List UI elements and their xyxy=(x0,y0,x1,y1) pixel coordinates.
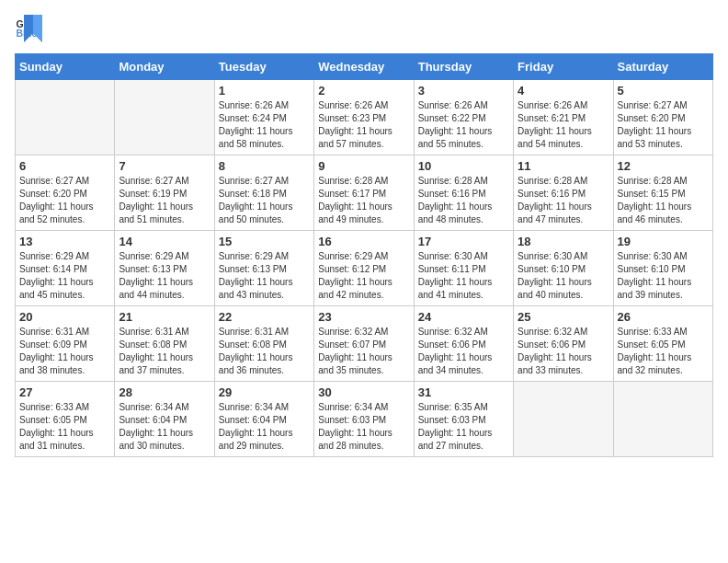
cell-info: Sunrise: 6:30 AMSunset: 6:10 PMDaylight:… xyxy=(518,250,609,302)
calendar-cell: 26Sunrise: 6:33 AMSunset: 6:05 PMDayligh… xyxy=(613,306,712,382)
calendar-cell: 21Sunrise: 6:31 AMSunset: 6:08 PMDayligh… xyxy=(115,306,214,382)
cell-info: Sunrise: 6:28 AMSunset: 6:15 PMDaylight:… xyxy=(618,175,709,226)
calendar-cell: 16Sunrise: 6:29 AMSunset: 6:12 PMDayligh… xyxy=(314,231,414,306)
cell-info: Sunrise: 6:33 AMSunset: 6:05 PMDaylight:… xyxy=(19,401,110,453)
day-number: 30 xyxy=(318,385,409,399)
day-number: 9 xyxy=(318,159,409,173)
cell-info: Sunrise: 6:27 AMSunset: 6:20 PMDaylight:… xyxy=(618,99,709,151)
day-header-monday: Monday xyxy=(115,54,214,80)
day-number: 21 xyxy=(119,310,210,324)
cell-info: Sunrise: 6:33 AMSunset: 6:05 PMDaylight:… xyxy=(618,326,709,377)
day-number: 12 xyxy=(618,159,709,173)
calendar-cell: 19Sunrise: 6:30 AMSunset: 6:10 PMDayligh… xyxy=(613,231,712,306)
cell-info: Sunrise: 6:29 AMSunset: 6:13 PMDaylight:… xyxy=(219,250,310,302)
day-number: 29 xyxy=(219,385,310,399)
day-number: 17 xyxy=(418,235,509,248)
day-number: 31 xyxy=(418,385,509,399)
calendar-cell: 28Sunrise: 6:34 AMSunset: 6:04 PMDayligh… xyxy=(115,382,214,457)
day-number: 3 xyxy=(418,84,509,98)
calendar-cell: 15Sunrise: 6:29 AMSunset: 6:13 PMDayligh… xyxy=(214,231,313,306)
calendar-table: SundayMondayTuesdayWednesdayThursdayFrid… xyxy=(15,53,713,457)
calendar-cell: 29Sunrise: 6:34 AMSunset: 6:04 PMDayligh… xyxy=(214,382,313,457)
day-number: 5 xyxy=(618,84,709,98)
cell-info: Sunrise: 6:26 AMSunset: 6:21 PMDaylight:… xyxy=(518,99,609,151)
calendar-cell: 1Sunrise: 6:26 AMSunset: 6:24 PMDaylight… xyxy=(214,80,313,155)
calendar-cell xyxy=(16,80,115,155)
svg-marker-5 xyxy=(33,15,42,42)
calendar-cell: 14Sunrise: 6:29 AMSunset: 6:13 PMDayligh… xyxy=(115,231,214,306)
calendar-cell: 27Sunrise: 6:33 AMSunset: 6:05 PMDayligh… xyxy=(16,382,115,457)
cell-info: Sunrise: 6:31 AMSunset: 6:09 PMDaylight:… xyxy=(19,326,110,377)
calendar-cell: 17Sunrise: 6:30 AMSunset: 6:11 PMDayligh… xyxy=(414,231,513,306)
day-number: 10 xyxy=(418,159,509,173)
cell-info: Sunrise: 6:26 AMSunset: 6:22 PMDaylight:… xyxy=(418,99,509,151)
cell-info: Sunrise: 6:27 AMSunset: 6:20 PMDaylight:… xyxy=(19,175,110,226)
day-number: 18 xyxy=(518,235,609,248)
day-header-saturday: Saturday xyxy=(613,54,712,80)
calendar-cell: 3Sunrise: 6:26 AMSunset: 6:22 PMDaylight… xyxy=(414,80,513,155)
cell-info: Sunrise: 6:28 AMSunset: 6:17 PMDaylight:… xyxy=(318,175,409,226)
calendar-cell: 9Sunrise: 6:28 AMSunset: 6:17 PMDaylight… xyxy=(314,155,414,231)
calendar-cell: 10Sunrise: 6:28 AMSunset: 6:16 PMDayligh… xyxy=(414,155,513,231)
day-number: 14 xyxy=(119,235,210,248)
day-number: 1 xyxy=(219,84,310,98)
day-number: 7 xyxy=(119,159,210,173)
day-number: 15 xyxy=(219,235,310,248)
cell-info: Sunrise: 6:29 AMSunset: 6:13 PMDaylight:… xyxy=(119,250,210,302)
day-number: 2 xyxy=(318,84,409,98)
cell-info: Sunrise: 6:29 AMSunset: 6:12 PMDaylight:… xyxy=(318,250,409,302)
cell-info: Sunrise: 6:32 AMSunset: 6:07 PMDaylight:… xyxy=(318,326,409,377)
cell-info: Sunrise: 6:30 AMSunset: 6:10 PMDaylight:… xyxy=(618,250,709,302)
cell-info: Sunrise: 6:30 AMSunset: 6:11 PMDaylight:… xyxy=(418,250,509,302)
cell-info: Sunrise: 6:35 AMSunset: 6:03 PMDaylight:… xyxy=(418,401,509,453)
cell-info: Sunrise: 6:34 AMSunset: 6:03 PMDaylight:… xyxy=(318,401,409,453)
day-number: 4 xyxy=(518,84,609,98)
cell-info: Sunrise: 6:32 AMSunset: 6:06 PMDaylight:… xyxy=(418,326,509,377)
calendar-cell: 20Sunrise: 6:31 AMSunset: 6:09 PMDayligh… xyxy=(16,306,115,382)
cell-info: Sunrise: 6:27 AMSunset: 6:18 PMDaylight:… xyxy=(219,175,310,226)
day-number: 6 xyxy=(19,159,110,173)
day-header-tuesday: Tuesday xyxy=(214,54,313,80)
day-number: 26 xyxy=(618,310,709,324)
day-header-wednesday: Wednesday xyxy=(314,54,414,80)
calendar-cell: 5Sunrise: 6:27 AMSunset: 6:20 PMDaylight… xyxy=(613,80,712,155)
calendar-cell xyxy=(115,80,214,155)
page-header: General Blue xyxy=(15,15,713,42)
cell-info: Sunrise: 6:34 AMSunset: 6:04 PMDaylight:… xyxy=(119,401,210,453)
cell-info: Sunrise: 6:31 AMSunset: 6:08 PMDaylight:… xyxy=(219,326,310,377)
day-number: 23 xyxy=(318,310,409,324)
day-number: 28 xyxy=(119,385,210,399)
calendar-cell: 23Sunrise: 6:32 AMSunset: 6:07 PMDayligh… xyxy=(314,306,414,382)
cell-info: Sunrise: 6:31 AMSunset: 6:08 PMDaylight:… xyxy=(119,326,210,377)
calendar-cell: 7Sunrise: 6:27 AMSunset: 6:19 PMDaylight… xyxy=(115,155,214,231)
day-number: 16 xyxy=(318,235,409,248)
day-header-sunday: Sunday xyxy=(16,54,115,80)
calendar-cell: 4Sunrise: 6:26 AMSunset: 6:21 PMDaylight… xyxy=(514,80,613,155)
cell-info: Sunrise: 6:26 AMSunset: 6:24 PMDaylight:… xyxy=(219,99,310,151)
day-number: 22 xyxy=(219,310,310,324)
cell-info: Sunrise: 6:28 AMSunset: 6:16 PMDaylight:… xyxy=(518,175,609,226)
calendar-cell: 13Sunrise: 6:29 AMSunset: 6:14 PMDayligh… xyxy=(16,231,115,306)
calendar-cell: 8Sunrise: 6:27 AMSunset: 6:18 PMDaylight… xyxy=(214,155,313,231)
cell-info: Sunrise: 6:34 AMSunset: 6:04 PMDaylight:… xyxy=(219,401,310,453)
calendar-cell: 30Sunrise: 6:34 AMSunset: 6:03 PMDayligh… xyxy=(314,382,414,457)
calendar-cell: 11Sunrise: 6:28 AMSunset: 6:16 PMDayligh… xyxy=(514,155,613,231)
calendar-cell: 22Sunrise: 6:31 AMSunset: 6:08 PMDayligh… xyxy=(214,306,313,382)
logo: General Blue xyxy=(15,15,42,42)
cell-info: Sunrise: 6:32 AMSunset: 6:06 PMDaylight:… xyxy=(518,326,609,377)
cell-info: Sunrise: 6:26 AMSunset: 6:23 PMDaylight:… xyxy=(318,99,409,151)
day-number: 11 xyxy=(518,159,609,173)
calendar-cell xyxy=(613,382,712,457)
cell-info: Sunrise: 6:27 AMSunset: 6:19 PMDaylight:… xyxy=(119,175,210,226)
cell-info: Sunrise: 6:29 AMSunset: 6:14 PMDaylight:… xyxy=(19,250,110,302)
day-number: 19 xyxy=(618,235,709,248)
calendar-cell: 25Sunrise: 6:32 AMSunset: 6:06 PMDayligh… xyxy=(514,306,613,382)
calendar-cell xyxy=(514,382,613,457)
calendar-cell: 6Sunrise: 6:27 AMSunset: 6:20 PMDaylight… xyxy=(16,155,115,231)
day-header-friday: Friday xyxy=(514,54,613,80)
day-number: 13 xyxy=(19,235,110,248)
calendar-cell: 2Sunrise: 6:26 AMSunset: 6:23 PMDaylight… xyxy=(314,80,414,155)
day-header-thursday: Thursday xyxy=(414,54,513,80)
cell-info: Sunrise: 6:28 AMSunset: 6:16 PMDaylight:… xyxy=(418,175,509,226)
calendar-cell: 31Sunrise: 6:35 AMSunset: 6:03 PMDayligh… xyxy=(414,382,513,457)
